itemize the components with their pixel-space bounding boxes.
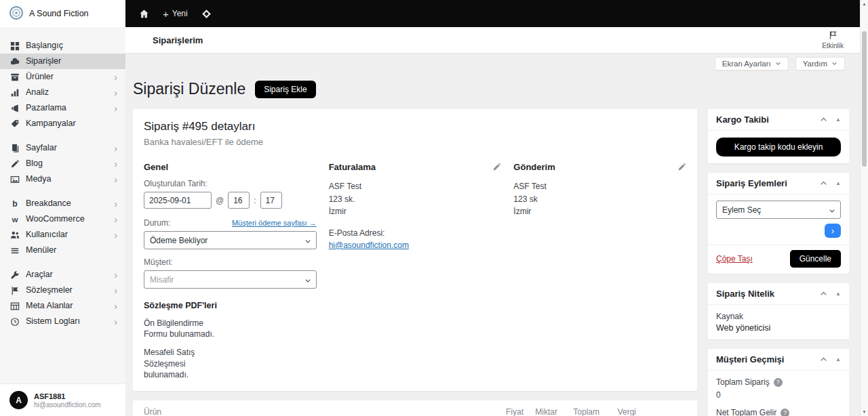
sidebar-item-pazarlama[interactable]: Pazarlama›	[0, 100, 125, 116]
edit-billing-icon[interactable]	[492, 163, 501, 171]
diamond-icon[interactable]	[201, 9, 212, 19]
order-date-input[interactable]	[144, 192, 212, 209]
svg-text:b: b	[12, 199, 17, 209]
move-up-icon[interactable]: ▲	[835, 291, 841, 297]
contract-note: Ön Bilgilendirme Formu bulunamadı.	[144, 318, 224, 339]
chevron-right-icon: ›	[114, 215, 117, 224]
chevron-up-icon[interactable]	[820, 290, 827, 297]
sidebar-item-breakdance[interactable]: bBreakdance›	[0, 196, 125, 211]
scroll-up-arrow-icon[interactable]: ▲	[861, 2, 868, 6]
help-button[interactable]: Yardım	[795, 57, 845, 70]
move-to-trash-link[interactable]: Çöpe Taşı	[716, 254, 753, 264]
page-title: Siparişi Düzenle	[133, 80, 245, 98]
order-action-select[interactable]: Eylem Seç	[716, 201, 841, 219]
move-up-icon[interactable]: ▲	[835, 356, 841, 362]
sidebar-item-sözleşmeler[interactable]: Sözleşmeler›	[0, 283, 125, 298]
attribution-source-value: Web yöneticisi	[716, 323, 841, 333]
sidebar-item-label: Sistem Logları	[26, 316, 80, 327]
customer-select[interactable]: Misafir	[144, 270, 317, 289]
shipping-column: Gönderim ASF Test 123 sk	[513, 162, 686, 380]
order-attribution-panel: Sipariş Nitelik ▲ Kaynak Web yöneticisi	[708, 283, 849, 339]
chevron-right-icon: ›	[114, 104, 117, 112]
sidebar-item-kampanyalar[interactable]: Kampanyalar	[0, 116, 125, 131]
move-up-icon[interactable]: ▲	[835, 180, 841, 186]
edit-shipping-icon[interactable]	[677, 163, 686, 171]
scrollbar-thumb[interactable]	[862, 31, 867, 167]
sidebar-item-label: Analiz	[26, 87, 49, 98]
date-at-separator: @	[216, 196, 224, 205]
column-tax: Vergi	[599, 407, 636, 416]
breadcrumb: Siparişlerim	[153, 35, 203, 45]
apply-action-button[interactable]: ›	[825, 224, 841, 238]
billing-heading: Faturalama	[329, 162, 376, 172]
sidebar-item-label: Sayfalar	[26, 143, 57, 153]
avatar: A	[9, 391, 28, 409]
sidebar-item-ürünler[interactable]: Ürünler›	[0, 69, 125, 85]
new-menu[interactable]: + Yeni	[163, 8, 188, 20]
order-status-select[interactable]: Ödeme Bekliyor	[144, 231, 317, 249]
sidebar-item-kullanıcılar[interactable]: Kullanıcılar›	[0, 227, 125, 243]
shipping-address-line: ASF Test	[513, 180, 686, 193]
sidebar: BaşlangıçSiparişlerÜrünler›Analiz›Pazarl…	[0, 27, 125, 416]
general-column: Genel Oluşturulan Tarih: @ :	[144, 162, 317, 380]
sidebar-item-label: Kullanıcılar	[26, 230, 68, 240]
chevron-right-icon: ›	[114, 318, 117, 326]
chevron-right-icon: ›	[114, 144, 117, 152]
customer-label: Müşteri:	[144, 257, 317, 267]
chevron-up-icon[interactable]	[820, 356, 827, 363]
chevron-up-icon[interactable]	[820, 180, 827, 187]
billing-email-link[interactable]: hi@asoundfiction.com	[329, 241, 409, 250]
screen-options-button[interactable]: Ekran Ayarları	[715, 57, 789, 70]
contracts-icon	[9, 286, 20, 295]
activity-button[interactable]: Etkinlik	[822, 30, 844, 49]
order-hour-input[interactable]	[228, 192, 250, 209]
status-label: Durum:	[144, 218, 170, 228]
panel-title: Sipariş Nitelik	[716, 289, 820, 299]
sidebar-item-label: Medya	[26, 174, 52, 184]
products-icon	[9, 72, 20, 82]
chevron-right-icon: ›	[114, 160, 117, 168]
add-tracking-code-button[interactable]: Kargo takip kodu ekleyin	[716, 138, 841, 157]
sidebar-item-label: Ürünler	[26, 72, 54, 82]
date-created-label: Oluşturulan Tarih:	[144, 179, 317, 188]
scrollbar[interactable]: ▲ ▼	[860, 0, 868, 416]
sidebar-item-sistem-logları[interactable]: Sistem Logları›	[0, 314, 125, 329]
sidebar-item-menüler[interactable]: Menüler	[0, 243, 125, 258]
sidebar-item-blog[interactable]: Blog›	[0, 156, 125, 171]
activity-label: Etkinlik	[822, 42, 844, 49]
scroll-down-arrow-icon[interactable]: ▼	[861, 410, 868, 414]
home-icon[interactable]	[139, 9, 149, 19]
sidebar-item-medya[interactable]: Medya›	[0, 171, 125, 187]
user-email: hi@asoundfiction.com	[34, 401, 101, 409]
chevron-up-icon[interactable]	[820, 116, 827, 123]
sidebar-user[interactable]: A ASF1881 hi@asoundfiction.com	[0, 383, 125, 416]
sidebar-item-araçlar[interactable]: Araçlar›	[0, 267, 125, 283]
contract-note: Mesafeli Satış Sözleşmesi bulunamadı.	[144, 347, 224, 380]
update-order-button[interactable]: Güncelle	[790, 250, 841, 268]
sidebar-item-label: Blog	[26, 159, 43, 169]
sidebar-item-başlangıç[interactable]: Başlangıç	[0, 38, 125, 54]
analytics-icon	[9, 88, 20, 98]
order-minute-input[interactable]	[260, 192, 282, 209]
sidebar-item-analiz[interactable]: Analiz›	[0, 85, 125, 100]
chevron-down-icon	[775, 60, 781, 68]
add-order-button[interactable]: Sipariş Ekle	[255, 81, 315, 98]
dashboard-icon	[9, 41, 20, 51]
menus-icon	[9, 246, 20, 255]
site-logo-area[interactable]: A Sound Fiction	[0, 0, 125, 27]
column-quantity: Miktar	[524, 407, 557, 416]
help-icon[interactable]: ?	[774, 378, 783, 387]
payment-method-text: Banka havalesi/EFT ile ödeme	[144, 137, 686, 147]
plus-icon: +	[163, 8, 169, 20]
sidebar-item-label: WooCommerce	[26, 214, 85, 224]
help-icon[interactable]: ?	[781, 409, 789, 416]
move-up-icon[interactable]: ▲	[835, 117, 841, 123]
blog-icon	[9, 159, 20, 169]
pages-icon	[9, 144, 20, 153]
stat-label: Toplam Sipariş	[716, 377, 770, 387]
sidebar-item-woocommerce[interactable]: WWooCommerce›	[0, 211, 125, 227]
sidebar-item-sayfalar[interactable]: Sayfalar›	[0, 140, 125, 156]
sidebar-item-siparişler[interactable]: Siparişler	[0, 54, 125, 69]
sidebar-item-meta-alanlar[interactable]: Meta Alanlar›	[0, 298, 125, 314]
customer-payment-page-link[interactable]: Müşteri ödeme sayfası →	[232, 219, 317, 227]
